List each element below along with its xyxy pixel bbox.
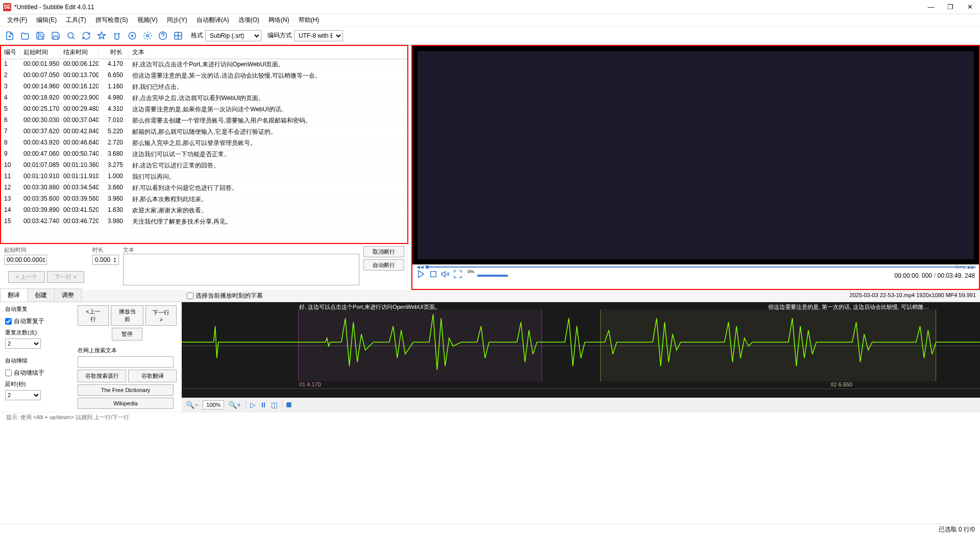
auto-continue-label: 自动继续于 bbox=[14, 369, 44, 377]
wave-pause-icon[interactable]: ⏸ bbox=[260, 401, 267, 409]
save-as-icon[interactable] bbox=[49, 29, 62, 42]
header-number[interactable]: 编号 bbox=[1, 46, 20, 59]
fullscreen-icon[interactable] bbox=[453, 270, 462, 281]
volume-slider[interactable] bbox=[477, 275, 508, 277]
menu-options[interactable]: 选项(O) bbox=[234, 15, 263, 26]
auto-continue-title: 自动继续 bbox=[5, 357, 71, 364]
tp-pause-button[interactable]: 暂停 bbox=[112, 328, 142, 341]
table-row[interactable]: 800:00:43.92000:00:46.6402.720那么输入完毕之后,那… bbox=[1, 138, 407, 149]
table-row[interactable]: 300:00:14.96000:00:16.1201.160好,我们已经点击。 bbox=[1, 82, 407, 93]
menu-tools[interactable]: 工具(T) bbox=[62, 15, 90, 26]
header-duration[interactable]: 时长 bbox=[99, 46, 129, 59]
format-select[interactable]: SubRip (.srt) bbox=[205, 30, 261, 41]
new-file-icon[interactable] bbox=[3, 29, 16, 42]
save-icon[interactable] bbox=[34, 29, 47, 42]
replace-icon[interactable] bbox=[80, 29, 93, 42]
header-end[interactable]: 结束时间 bbox=[60, 46, 99, 59]
wave-play-icon[interactable]: ▷ bbox=[250, 401, 256, 409]
dictionary-button[interactable]: The Free Dictionary bbox=[78, 384, 174, 396]
zoom-in-icon[interactable]: 🔍+ bbox=[228, 401, 241, 409]
table-row[interactable]: 400:00:18.92000:00:23.9004.980好,点击完毕之后,这… bbox=[1, 93, 407, 104]
start-time-input[interactable]: 00:00:00.000▲▼ bbox=[4, 255, 47, 265]
tab-translate[interactable]: 翻译 bbox=[0, 288, 28, 302]
svg-point-2 bbox=[146, 34, 149, 37]
table-row-empty bbox=[1, 228, 407, 237]
selection-status: 已选取 0 行/0 bbox=[939, 525, 975, 534]
auto-break-button[interactable]: 自动断行 bbox=[363, 259, 404, 271]
table-row[interactable]: 500:00:25.17000:00:29.4804.310这边需要注意的是,如… bbox=[1, 104, 407, 115]
remove-text-icon[interactable] bbox=[110, 29, 124, 42]
table-row[interactable]: 600:00:30.03000:00:37.0407.010那么你需要去创建一个… bbox=[1, 115, 407, 127]
repeat-count-label: 重复次数(次) bbox=[5, 329, 71, 336]
table-row[interactable]: 200:00:07.05000:00:13.7006.650但这边需要注意的是,… bbox=[1, 70, 407, 82]
wave-new-icon[interactable]: ◫ bbox=[271, 401, 278, 409]
tp-prev-button[interactable]: <上一行 bbox=[78, 305, 109, 326]
wave-text-1: 好, 这边可以点击这个Port,来进行访问OpenWebUI页面。 bbox=[299, 303, 440, 311]
close-button[interactable]: ✕ bbox=[964, 3, 976, 11]
table-row[interactable]: 100:00:01.95000:00:06.1204.170好,这边可以点击这个… bbox=[1, 59, 407, 70]
settings-icon[interactable] bbox=[141, 29, 154, 42]
header-start[interactable]: 起始时间 bbox=[20, 46, 60, 59]
fix-icon[interactable] bbox=[95, 29, 108, 42]
stop-icon[interactable] bbox=[429, 270, 438, 281]
help-icon[interactable] bbox=[156, 29, 169, 42]
wave-marker-icon[interactable] bbox=[286, 402, 291, 407]
waveform-canvas[interactable]: 好, 这边可以点击这个Port,来进行访问OpenWebUI页面。 但这边需要注… bbox=[182, 302, 980, 388]
header-text[interactable]: 文本 bbox=[129, 46, 407, 59]
video-pct: 0% bbox=[468, 269, 474, 274]
tp-play-button[interactable]: 播放当前 bbox=[111, 305, 144, 326]
text-input[interactable] bbox=[123, 254, 359, 285]
play-icon[interactable] bbox=[416, 270, 426, 281]
visual-sync-icon[interactable] bbox=[126, 29, 139, 42]
google-translate-button[interactable]: 谷歌翻译 bbox=[128, 370, 177, 382]
table-row[interactable]: 700:00:37.62000:00:42.8405.220邮箱的话,那么就可以… bbox=[1, 127, 407, 138]
table-row[interactable]: 1100:01:10.91000:01:11.9101.000我们可以再问。 bbox=[1, 172, 407, 183]
minimize-button[interactable]: — bbox=[925, 3, 937, 11]
grid-header: 编号 起始时间 结束时间 时长 文本 bbox=[1, 46, 407, 59]
tab-create[interactable]: 创建 bbox=[27, 288, 55, 302]
duration-input[interactable]: 0.000▲▼ bbox=[92, 255, 119, 265]
auto-repeat-checkbox[interactable] bbox=[5, 318, 12, 325]
cancel-break-button[interactable]: 取消断行 bbox=[363, 246, 404, 257]
tp-next-button[interactable]: 下一行> bbox=[145, 305, 177, 326]
prev-line-button[interactable]: < 上一个 bbox=[8, 271, 45, 283]
delay-select[interactable]: 2 bbox=[5, 390, 41, 400]
table-row[interactable]: 1500:03:42.74000:03:46.7203.980关注我代理了解更多… bbox=[1, 216, 407, 228]
repeat-count-select[interactable]: 2 bbox=[5, 338, 41, 349]
tab-adjust[interactable]: 调整 bbox=[54, 288, 82, 302]
menu-file[interactable]: 文件(F) bbox=[3, 15, 31, 26]
menu-sync[interactable]: 同步(Y) bbox=[163, 15, 191, 26]
waveform-ruler bbox=[182, 388, 980, 398]
encoding-select[interactable]: UTF-8 with BOM bbox=[294, 30, 343, 41]
wikipedia-button[interactable]: Wikipedia bbox=[78, 398, 174, 409]
next-line-button[interactable]: 下一行 > bbox=[47, 271, 84, 283]
menu-help[interactable]: 帮助(H) bbox=[295, 15, 324, 26]
search-input[interactable] bbox=[78, 356, 174, 368]
search-icon[interactable] bbox=[64, 29, 78, 42]
table-row[interactable]: 1200:03:30.88000:03:34.5403.660好,可以看到这个问… bbox=[1, 183, 407, 194]
zoom-out-icon[interactable]: 🔍− bbox=[186, 401, 199, 409]
mute-icon[interactable] bbox=[441, 270, 450, 281]
select-current-checkbox[interactable] bbox=[187, 293, 193, 299]
table-row[interactable]: 1300:03:35.60000:03:39.5603.960好,那么本次教程到… bbox=[1, 194, 407, 205]
maximize-button[interactable]: ❐ bbox=[944, 3, 957, 11]
google-search-button[interactable]: 谷歌搜索该行 bbox=[78, 370, 126, 382]
video-progress-bar[interactable] bbox=[426, 266, 966, 268]
video-display[interactable] bbox=[412, 46, 979, 264]
table-row[interactable]: 1400:03:39.89000:03:41.5201.630欢迎大家,谢谢大家… bbox=[1, 205, 407, 216]
table-row[interactable]: 900:00:47.06000:00:50.7403.680这边我们可以试一下功… bbox=[1, 149, 407, 160]
encoding-label: 编码方式 bbox=[267, 31, 292, 40]
auto-repeat-title: 自动重复 bbox=[5, 305, 71, 313]
menu-autotranslate[interactable]: 自动翻译(A) bbox=[192, 15, 233, 26]
open-file-icon[interactable] bbox=[18, 29, 32, 42]
menu-edit[interactable]: 编辑(E) bbox=[32, 15, 61, 26]
table-row[interactable]: 1000:01:07.08500:01:10.3603.275好,这边它可以进行… bbox=[1, 160, 407, 172]
auto-continue-checkbox[interactable] bbox=[5, 370, 12, 376]
menu-video[interactable]: 视频(V) bbox=[133, 15, 162, 26]
menu-network[interactable]: 网络(N) bbox=[264, 15, 293, 26]
menu-spellcheck[interactable]: 拼写检查(S) bbox=[91, 15, 132, 26]
subtitle-grid[interactable]: 编号 起始时间 结束时间 时长 文本 100:00:01.95000:00:06… bbox=[0, 45, 408, 244]
layout-icon[interactable] bbox=[172, 29, 185, 42]
zoom-level[interactable]: 100% bbox=[203, 400, 224, 409]
rewind-icon[interactable]: ◀◀ bbox=[416, 264, 424, 270]
